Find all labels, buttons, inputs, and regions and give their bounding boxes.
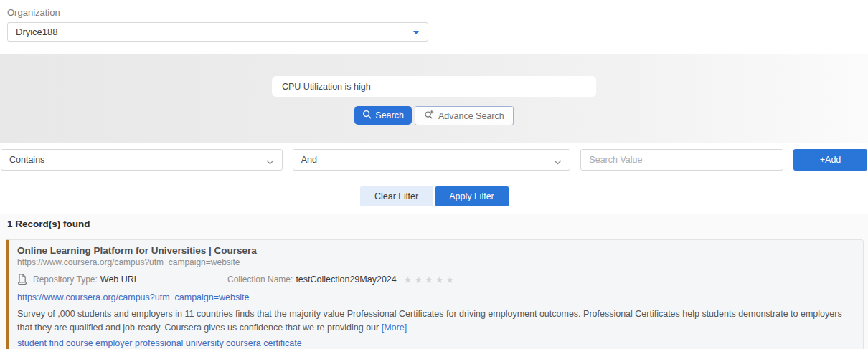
search-query-input[interactable] [272,76,596,97]
result-subtitle-url: https://www.coursera.org/campus?utm_camp… [17,257,854,267]
filter-operator-value: Contains [9,155,44,165]
result-link[interactable]: https://www.coursera.org/campus?utm_camp… [17,292,854,302]
result-tags[interactable]: student find course employer professiona… [17,338,854,348]
caret-down-icon [413,31,419,34]
result-meta-row: Repository Type: Web URL Collection Name… [17,274,854,285]
repository-type-value: Web URL [100,274,139,285]
search-icon [362,110,372,121]
advance-search-icon [424,110,434,122]
filter-row: Contains And +Add [0,149,868,171]
result-title: Online Learning Platform for Universitie… [17,245,854,256]
result-card: Online Learning Platform for Universitie… [6,239,864,349]
filter-operator-select[interactable]: Contains [1,149,283,171]
clear-filter-button[interactable]: Clear Filter [360,186,433,206]
filter-value-input[interactable] [580,149,783,171]
search-band: Search Advance Search [0,54,868,143]
repository-type-group: Repository Type: Web URL [17,274,227,285]
search-button-label: Search [375,110,404,120]
advance-search-button[interactable]: Advance Search [415,106,514,125]
result-description: Survey of ,000 students and employers in… [17,307,854,335]
collection-name-label: Collection Name: [227,274,293,285]
filter-conjunction-value: And [301,155,317,165]
organization-label: Organization [7,7,861,18]
filter-conjunction-select[interactable]: And [293,149,571,171]
rating-stars[interactable]: ★★★★★ [404,274,456,285]
chevron-down-icon [266,157,274,167]
add-filter-button[interactable]: +Add [793,149,867,171]
document-icon [17,274,27,285]
results-count: 1 Record(s) found [7,219,868,229]
repository-type-label: Repository Type: [33,274,98,285]
collection-name-value: testCollection29May2024 [296,274,396,285]
more-link[interactable]: [More] [382,322,407,333]
advance-search-button-label: Advance Search [438,111,504,121]
result-description-text: Survey of ,000 students and employers in… [17,309,842,333]
search-button[interactable]: Search [354,106,412,125]
results-section: 1 Record(s) found Online Learning Platfo… [0,214,868,349]
chevron-down-icon [554,157,562,167]
filter-actions-row: Clear Filter Apply Filter [0,186,868,206]
search-buttons-row: Search Advance Search [0,106,868,125]
organization-section: Organization Dryice188 [0,0,868,42]
apply-filter-button[interactable]: Apply Filter [435,186,509,206]
organization-dropdown[interactable]: Dryice188 [7,22,428,42]
organization-selected-value: Dryice188 [16,27,58,37]
